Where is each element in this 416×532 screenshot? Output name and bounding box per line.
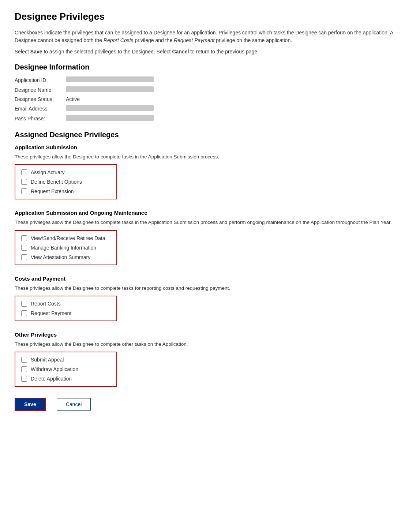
cancel-button[interactable]: Cancel: [57, 398, 91, 411]
privilege-group-application-submission: Application Submission These privileges …: [15, 144, 401, 199]
request-extension-label[interactable]: Request Extension: [31, 188, 74, 194]
application-id-label: Application ID:: [15, 77, 66, 83]
email-address-label: Email Address:: [15, 106, 66, 112]
button-row: Save Cancel: [15, 398, 401, 411]
checkbox-item-delete-application: Delete Application: [21, 376, 110, 382]
info-row-pass-phrase: Pass Phrase:: [15, 115, 401, 122]
privilege-group-costs-payment: Costs and Payment These privileges allow…: [15, 276, 401, 321]
privilege-group-other: Other Privileges These privileges allow …: [15, 331, 401, 387]
privilege-group-title-other: Other Privileges: [15, 331, 401, 338]
privilege-group-title-costs-payment: Costs and Payment: [15, 276, 401, 282]
designee-status-value: Active: [66, 96, 401, 102]
request-payment-checkbox[interactable]: [21, 310, 27, 316]
checkbox-group-ongoing-maintenance: View/Send/Receive Retiree Data Manage Ba…: [15, 230, 117, 265]
request-payment-label[interactable]: Request Payment: [31, 310, 71, 316]
checkbox-item-request-payment: Request Payment: [21, 310, 110, 316]
privilege-group-title-ongoing-maintenance: Application Submission and Ongoing Maint…: [15, 210, 401, 216]
designee-name-label: Designee Name:: [15, 87, 66, 93]
delete-application-checkbox[interactable]: [21, 376, 27, 382]
view-send-receive-retiree-label[interactable]: View/Send/Receive Retiree Data: [31, 235, 105, 241]
designee-status-label: Designee Status:: [15, 96, 66, 102]
designee-info-table: Application ID: Designee Name: Designee …: [15, 76, 401, 122]
assign-actuary-label[interactable]: Assign Actuary: [31, 169, 65, 175]
privilege-group-title-application-submission: Application Submission: [15, 144, 401, 150]
privilege-group-desc-costs-payment: These privileges allow the Designee to c…: [15, 285, 401, 292]
checkbox-group-application-submission: Assign Actuary Define Benefit Options Re…: [15, 164, 117, 199]
checkbox-item-view-attestation: View Attestation Summary: [21, 254, 110, 260]
info-row-email-address: Email Address:: [15, 105, 401, 112]
designee-name-value: [66, 86, 401, 93]
pass-phrase-value: [66, 115, 401, 122]
info-row-designee-status: Designee Status: Active: [15, 96, 401, 102]
request-extension-checkbox[interactable]: [21, 188, 27, 194]
designee-info-heading: Designee Information: [15, 63, 401, 71]
withdraw-application-checkbox[interactable]: [21, 366, 27, 372]
page-title: Designee Privileges: [15, 11, 401, 22]
view-attestation-checkbox[interactable]: [21, 254, 27, 260]
view-attestation-label[interactable]: View Attestation Summary: [31, 254, 90, 260]
save-cancel-note: Select Save to assign the selected privi…: [15, 48, 401, 56]
pass-phrase-label: Pass Phrase:: [15, 116, 66, 121]
manage-banking-checkbox[interactable]: [21, 245, 27, 251]
submit-appeal-label[interactable]: Submit Appeal: [31, 357, 64, 363]
assign-actuary-checkbox[interactable]: [21, 169, 27, 175]
delete-application-label[interactable]: Delete Application: [31, 376, 72, 382]
email-address-value: [66, 105, 401, 112]
privilege-group-desc-other: These privileges allow the Designee to c…: [15, 341, 401, 348]
manage-banking-label[interactable]: Manage Banking Information: [31, 245, 96, 251]
checkbox-item-manage-banking: Manage Banking Information: [21, 245, 110, 251]
checkbox-item-assign-actuary: Assign Actuary: [21, 169, 110, 175]
privilege-group-desc-ongoing-maintenance: These privileges allow the Designee to c…: [15, 219, 401, 226]
info-row-application-id: Application ID:: [15, 76, 401, 83]
view-send-receive-retiree-checkbox[interactable]: [21, 235, 27, 241]
checkbox-item-request-extension: Request Extension: [21, 188, 110, 194]
report-costs-checkbox[interactable]: [21, 301, 27, 307]
checkbox-group-other: Submit Appeal Withdraw Application Delet…: [15, 352, 117, 387]
checkbox-item-submit-appeal: Submit Appeal: [21, 357, 110, 363]
privilege-group-desc-application-submission: These privileges allow the Designee to c…: [15, 153, 401, 161]
withdraw-application-label[interactable]: Withdraw Application: [31, 366, 78, 372]
checkbox-item-report-costs: Report Costs: [21, 301, 110, 307]
submit-appeal-checkbox[interactable]: [21, 357, 27, 363]
checkbox-item-view-send-receive-retiree: View/Send/Receive Retiree Data: [21, 235, 110, 241]
define-benefit-options-checkbox[interactable]: [21, 179, 27, 185]
report-costs-label[interactable]: Report Costs: [31, 301, 61, 307]
define-benefit-options-label[interactable]: Define Benefit Options: [31, 179, 82, 185]
checkbox-group-costs-payment: Report Costs Request Payment: [15, 296, 117, 321]
assigned-privileges-heading: Assigned Designee Privileges: [15, 131, 401, 139]
checkbox-item-define-benefit-options: Define Benefit Options: [21, 179, 110, 185]
intro-paragraph: Checkboxes indicate the privileges that …: [15, 29, 401, 44]
save-button[interactable]: Save: [15, 398, 46, 411]
privilege-group-ongoing-maintenance: Application Submission and Ongoing Maint…: [15, 210, 401, 265]
application-id-value: [66, 76, 401, 83]
checkbox-item-withdraw-application: Withdraw Application: [21, 366, 110, 372]
info-row-designee-name: Designee Name:: [15, 86, 401, 93]
